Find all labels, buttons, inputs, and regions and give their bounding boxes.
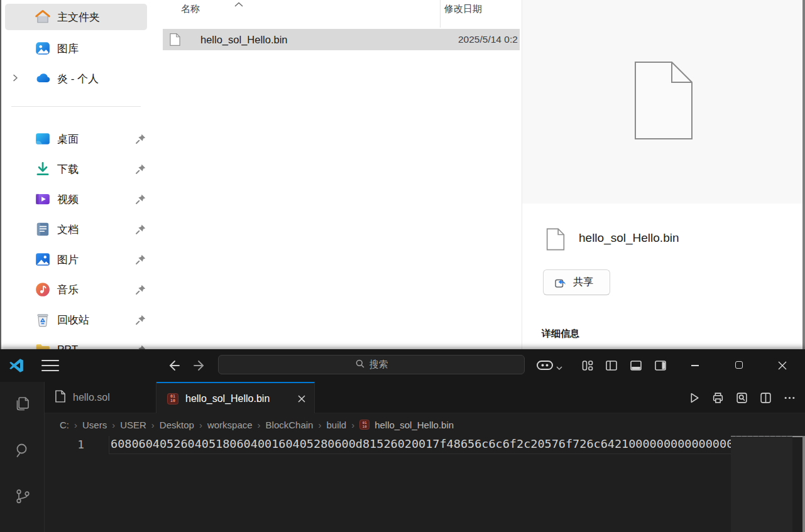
tab-label: hello.sol bbox=[73, 392, 110, 403]
pin-icon[interactable] bbox=[135, 163, 146, 175]
binary-icon-row: 10 bbox=[363, 425, 367, 428]
toggle-secondary-sidebar-icon[interactable] bbox=[654, 359, 667, 372]
file-icon bbox=[55, 390, 65, 405]
background-window-edge bbox=[802, 0, 805, 349]
breadcrumb-segment[interactable]: BlockChain bbox=[266, 420, 314, 430]
pin-icon[interactable] bbox=[135, 284, 146, 295]
sidebar-item-label: 音乐 bbox=[57, 283, 79, 297]
activity-bar bbox=[0, 382, 45, 532]
background-window-edge bbox=[802, 436, 805, 532]
breadcrumb-segment[interactable]: build bbox=[326, 420, 346, 430]
breadcrumb-separator: › bbox=[112, 420, 115, 430]
sidebar-item-onedrive[interactable]: 炎 - 个人 bbox=[5, 65, 147, 92]
window-close-button[interactable] bbox=[768, 349, 797, 382]
binary-file-icon: 01 10 bbox=[167, 393, 178, 404]
onedrive-cloud-icon bbox=[35, 70, 51, 87]
tab-hello-sol[interactable]: hello.sol bbox=[45, 382, 156, 413]
sidebar-item-label: 图片 bbox=[57, 252, 79, 267]
toggle-primary-sidebar-icon[interactable] bbox=[605, 359, 618, 372]
desktop-icon bbox=[35, 131, 51, 147]
breadcrumb-segment[interactable]: USER bbox=[120, 420, 146, 430]
file-row-selected[interactable]: hello_sol_Hello.bin 2025/5/14 0:2 bbox=[163, 29, 520, 50]
vscode-tab-bar: hello.sol 01 10 hello_sol_Hello.bin bbox=[45, 382, 805, 413]
search-icon[interactable] bbox=[14, 442, 31, 462]
minimap-code-line bbox=[731, 436, 792, 437]
breadcrumb-file[interactable]: hello_sol_Hello.bin bbox=[375, 420, 454, 430]
breadcrumb: C: › Users › USER › Desktop › workspace … bbox=[45, 413, 805, 436]
file-name: hello_sol_Hello.bin bbox=[200, 34, 288, 46]
minimap[interactable] bbox=[731, 436, 792, 532]
screen: 主文件夹 图库 炎 - 个人 bbox=[0, 0, 805, 532]
customize-layout-icon[interactable] bbox=[581, 359, 594, 372]
pin-icon[interactable] bbox=[135, 133, 146, 144]
pin-icon[interactable] bbox=[135, 314, 146, 325]
search-document-icon[interactable] bbox=[735, 391, 748, 404]
sidebar-item-downloads[interactable]: 下载 bbox=[5, 156, 147, 182]
search-icon bbox=[355, 359, 365, 371]
column-header-name[interactable]: 名称 bbox=[181, 3, 200, 15]
sidebar-item-label: 视频 bbox=[57, 192, 79, 207]
file-icon bbox=[546, 227, 565, 254]
sidebar-item-pictures[interactable]: 图片 bbox=[5, 246, 147, 273]
file-explorer-window: 主文件夹 图库 炎 - 个人 bbox=[0, 0, 805, 349]
sidebar-item-home[interactable]: 主文件夹 bbox=[5, 4, 147, 30]
breadcrumb-segment[interactable]: workspace bbox=[207, 420, 253, 430]
music-icon bbox=[35, 281, 51, 298]
sidebar-item-recycle-bin[interactable]: 回收站 bbox=[5, 307, 147, 333]
explorer-sidebar: 主文件夹 图库 炎 - 个人 bbox=[0, 0, 150, 349]
pin-icon[interactable] bbox=[135, 224, 146, 235]
tab-label: hello_sol_Hello.bin bbox=[185, 393, 270, 404]
tab-hello-sol-hello-bin-active[interactable]: 01 10 hello_sol_Hello.bin bbox=[156, 382, 315, 414]
copilot-icon[interactable] bbox=[535, 359, 554, 372]
download-icon bbox=[35, 161, 51, 177]
chevron-down-icon[interactable] bbox=[556, 362, 563, 369]
breadcrumb-separator: › bbox=[351, 420, 354, 430]
explorer-files-icon[interactable] bbox=[14, 395, 31, 415]
file-list: 名称 修改日期 hello_sol_Hello.bin 2025/5/14 0:… bbox=[150, 0, 522, 349]
navigate-back-icon[interactable] bbox=[167, 359, 181, 372]
preview-pane: hello_sol_Hello.bin 共享 详细信息 bbox=[522, 0, 805, 349]
sidebar-item-videos[interactable]: 视频 bbox=[5, 186, 147, 212]
gallery-icon bbox=[35, 40, 51, 57]
sidebar-item-gallery[interactable]: 图库 bbox=[5, 35, 147, 62]
breadcrumb-segment[interactable]: C: bbox=[60, 420, 69, 430]
pin-icon[interactable] bbox=[135, 193, 146, 205]
sidebar-item-documents[interactable]: 文档 bbox=[5, 216, 147, 242]
menu-hamburger-icon[interactable] bbox=[41, 360, 59, 371]
pin-icon[interactable] bbox=[135, 254, 146, 265]
column-divider[interactable] bbox=[440, 0, 441, 28]
column-header-date-modified[interactable]: 修改日期 bbox=[444, 3, 482, 15]
more-actions-icon[interactable] bbox=[783, 391, 796, 404]
breadcrumb-segment[interactable]: Users bbox=[82, 420, 107, 430]
navigate-forward-icon[interactable] bbox=[192, 359, 206, 372]
recycle-bin-icon bbox=[35, 312, 51, 328]
sidebar-separator bbox=[11, 106, 141, 107]
sidebar-item-label: 回收站 bbox=[57, 313, 89, 327]
source-control-icon[interactable] bbox=[14, 487, 31, 508]
search-placeholder: 搜索 bbox=[370, 359, 388, 371]
sidebar-item-label: 主文件夹 bbox=[57, 10, 100, 24]
sort-ascending-icon bbox=[234, 0, 244, 3]
window-minimize-button[interactable] bbox=[681, 349, 709, 382]
print-icon[interactable] bbox=[711, 391, 725, 404]
share-button[interactable]: 共享 bbox=[543, 269, 610, 295]
tab-close-icon[interactable] bbox=[297, 394, 307, 404]
sidebar-item-desktop[interactable]: 桌面 bbox=[5, 126, 147, 152]
editor-area[interactable]: 1 60806040526040518060400160405280600d81… bbox=[45, 436, 805, 532]
binary-icon-row: 10 bbox=[170, 399, 175, 403]
sidebar-item-label: 炎 - 个人 bbox=[57, 72, 99, 86]
breadcrumb-segment[interactable]: Desktop bbox=[160, 420, 194, 430]
home-icon bbox=[35, 9, 51, 25]
file-date-modified: 2025/5/14 0:2 bbox=[458, 34, 518, 45]
sidebar-item-music[interactable]: 音乐 bbox=[5, 276, 147, 303]
search-command-center[interactable]: 搜索 bbox=[218, 355, 525, 374]
split-editor-icon[interactable] bbox=[759, 391, 772, 404]
breadcrumb-separator: › bbox=[258, 420, 261, 430]
share-button-label: 共享 bbox=[573, 276, 593, 289]
run-button[interactable] bbox=[687, 391, 701, 404]
window-maximize-button[interactable] bbox=[725, 349, 753, 382]
binary-file-icon: 01 10 bbox=[359, 420, 370, 430]
toggle-panel-icon[interactable] bbox=[629, 359, 643, 372]
vscode-window: 搜索 bbox=[0, 349, 805, 532]
code-line[interactable]: 60806040526040518060400160405280600d8152… bbox=[111, 437, 731, 450]
